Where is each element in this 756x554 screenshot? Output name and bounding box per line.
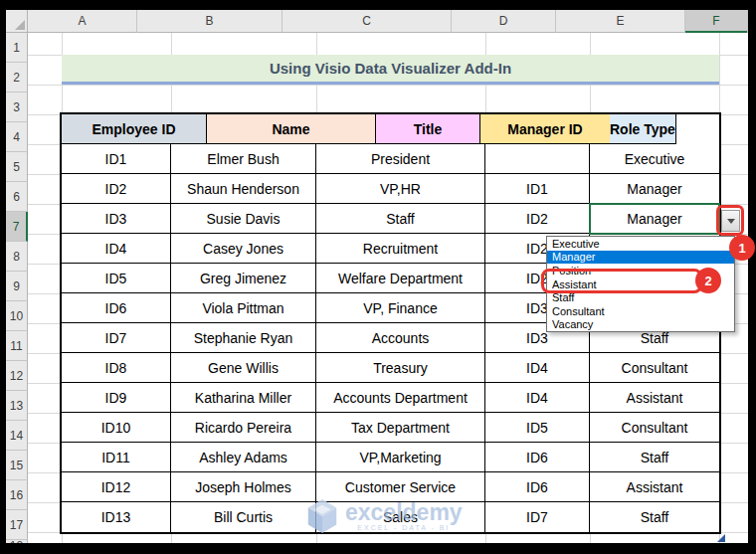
table-header-cell[interactable]: Employee ID xyxy=(62,114,207,144)
cell-name[interactable]: Viola Pittman xyxy=(171,293,316,323)
cell-name[interactable]: Joseph Holmes xyxy=(171,472,316,502)
cell-role-type[interactable]: Assistant xyxy=(590,383,719,413)
row-header[interactable]: 14 xyxy=(6,421,28,451)
dropdown-item[interactable]: Executive xyxy=(547,237,734,251)
cell-role-type[interactable]: Consultant xyxy=(590,353,719,383)
column-header[interactable] xyxy=(747,10,748,33)
column-header[interactable]: D xyxy=(452,10,556,33)
cell-name[interactable]: Ricardo Pereira xyxy=(171,413,316,443)
cell-role-type[interactable]: Assistant xyxy=(590,472,719,502)
cell-name[interactable]: Elmer Bush xyxy=(171,144,316,174)
cell-manager-id[interactable]: ID5 xyxy=(485,413,590,443)
cell-title[interactable]: VP,Marketing xyxy=(316,443,485,472)
dropdown-item[interactable]: Vacancy xyxy=(547,317,734,331)
row-header[interactable]: 10 xyxy=(6,301,28,331)
table-header-cell[interactable]: Name xyxy=(207,114,376,144)
cell-name[interactable]: Susie Davis xyxy=(171,204,316,234)
row-header[interactable]: 12 xyxy=(6,361,28,391)
cell-name[interactable]: Katharina Miller xyxy=(171,383,316,413)
row-header[interactable]: 6 xyxy=(6,182,28,212)
cell-name[interactable]: Greg Jimenez xyxy=(171,264,316,293)
cell-employee-id[interactable]: ID3 xyxy=(62,204,171,234)
cell-employee-id[interactable]: ID9 xyxy=(62,383,171,413)
cell-title[interactable]: VP,HR xyxy=(316,174,485,204)
cell-manager-id[interactable]: ID6 xyxy=(485,472,590,502)
row-header[interactable]: 4 xyxy=(6,122,28,152)
cell-role-type[interactable]: Staff xyxy=(590,502,719,532)
select-all-button[interactable] xyxy=(6,10,28,33)
cell-name[interactable]: Stephanie Ryan xyxy=(171,323,316,353)
cell-employee-id[interactable]: ID13 xyxy=(62,502,171,532)
cell-employee-id[interactable]: ID5 xyxy=(62,264,171,293)
cell-employee-id[interactable]: ID2 xyxy=(62,174,171,204)
cell-title[interactable]: President xyxy=(316,144,485,174)
column-header[interactable]: B xyxy=(137,10,283,33)
cell-employee-id[interactable]: ID4 xyxy=(62,234,171,264)
dropdown-item[interactable]: Manager xyxy=(547,251,734,265)
row-header[interactable]: 17 xyxy=(6,510,28,540)
row-header[interactable]: 7 xyxy=(6,212,28,242)
row-header[interactable]: 1 xyxy=(6,33,28,63)
cell-manager-id[interactable]: ID7 xyxy=(485,502,590,532)
row-header[interactable]: 16 xyxy=(6,480,28,510)
row-header[interactable]: 8 xyxy=(6,242,28,272)
column-header[interactable]: F xyxy=(685,10,747,33)
cell-title[interactable]: Accounts xyxy=(316,323,485,353)
table-header-cell[interactable]: Title xyxy=(376,114,480,144)
cell-employee-id[interactable]: ID12 xyxy=(62,472,171,502)
cell-manager-id[interactable] xyxy=(485,144,590,174)
cell-manager-id[interactable]: ID4 xyxy=(485,353,590,383)
row-header[interactable]: 18 xyxy=(6,540,28,543)
table-row: ID12 Joseph Holmes Customer Service ID6 … xyxy=(62,472,719,502)
cell-title[interactable]: Treasury xyxy=(316,353,485,383)
row-header[interactable]: 11 xyxy=(6,331,28,361)
cell-employee-id[interactable]: ID8 xyxy=(62,353,171,383)
row-header[interactable]: 3 xyxy=(6,92,28,122)
row-headers: 123456789101112131415161718 xyxy=(6,33,28,543)
cell-title[interactable]: Tax Department xyxy=(316,413,485,443)
cell-manager-id[interactable]: ID1 xyxy=(485,174,590,204)
table-header-row: Employee IDNameTitleManager IDRole Type xyxy=(62,114,719,144)
cell-manager-id[interactable]: ID4 xyxy=(485,383,590,413)
title-banner: Using Visio Data Visualizer Add-In xyxy=(62,55,719,85)
cell-employee-id[interactable]: ID10 xyxy=(62,413,171,443)
annotation-box-dropdown-button xyxy=(716,205,744,236)
cell-manager-id[interactable]: ID6 xyxy=(485,443,590,472)
cell-employee-id[interactable]: ID6 xyxy=(62,293,171,323)
cell-role-type[interactable]: Staff xyxy=(590,443,719,472)
cell-title[interactable]: Staff xyxy=(316,204,485,234)
cell-name[interactable]: Bill Curtis xyxy=(171,502,316,532)
cell-title[interactable]: VP, Finance xyxy=(316,293,485,323)
table-header-cell[interactable]: Role Type xyxy=(610,114,676,144)
dropdown-item[interactable]: Consultant xyxy=(547,304,734,318)
annotation-box-assistant xyxy=(541,269,702,293)
cell-title[interactable]: Sales xyxy=(316,502,485,532)
cell-title[interactable]: Welfare Department xyxy=(316,264,485,293)
cell-name[interactable]: Shaun Henderson xyxy=(171,174,316,204)
cell-title[interactable]: Accounts Department xyxy=(316,383,485,413)
cell-title[interactable]: Recruitment xyxy=(316,234,485,264)
table-resize-handle[interactable] xyxy=(717,534,725,542)
table-row: ID2 Shaun Henderson VP,HR ID1 Manager xyxy=(62,174,719,204)
cell-name[interactable]: Ashley Adams xyxy=(171,443,316,472)
table-row: ID11 Ashley Adams VP,Marketing ID6 Staff xyxy=(62,443,719,472)
cell-manager-id[interactable]: ID2 xyxy=(485,204,590,234)
cell-role-type[interactable]: Manager xyxy=(590,174,719,204)
cell-employee-id[interactable]: ID1 xyxy=(62,144,171,174)
table-header-cell[interactable]: Manager ID xyxy=(480,114,610,144)
row-header[interactable]: 9 xyxy=(6,272,28,301)
column-header[interactable]: E xyxy=(556,10,685,33)
cell-employee-id[interactable]: ID11 xyxy=(62,443,171,472)
row-header[interactable]: 13 xyxy=(6,391,28,421)
cell-name[interactable]: Casey Jones xyxy=(171,234,316,264)
cell-employee-id[interactable]: ID7 xyxy=(62,323,171,353)
row-header[interactable]: 15 xyxy=(6,451,28,480)
column-header[interactable]: C xyxy=(283,10,452,33)
cell-title[interactable]: Customer Service xyxy=(316,472,485,502)
cell-name[interactable]: Gene Willis xyxy=(171,353,316,383)
row-header[interactable]: 2 xyxy=(6,63,28,92)
cell-role-type[interactable]: Consultant xyxy=(590,413,719,443)
column-header[interactable]: A xyxy=(28,10,137,33)
cell-role-type[interactable]: Executive xyxy=(590,144,719,174)
row-header[interactable]: 5 xyxy=(6,152,28,182)
